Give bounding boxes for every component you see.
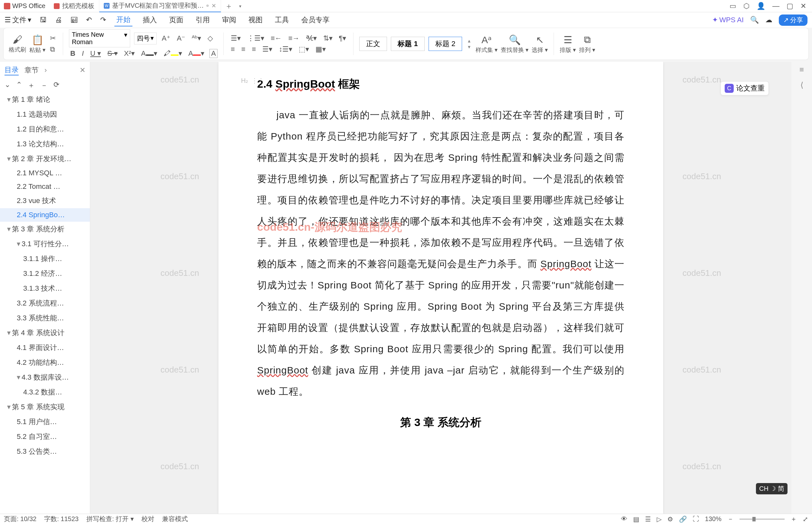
tree-item[interactable]: ▾第 3 章 系统分析 [0,222,90,236]
cube-icon[interactable]: ⬡ [743,2,749,10]
tree-item[interactable]: ▾第 1 章 绪论 [0,92,90,107]
increase-indent-icon[interactable]: ≡→ [287,33,301,43]
redo-icon[interactable]: ↷ [100,16,106,24]
status-compat[interactable]: 兼容模式 [162,515,188,523]
view-link-icon[interactable]: 🔗 [679,515,687,523]
status-page[interactable]: 页面: 10/32 [4,515,36,523]
thesis-check-button[interactable]: C 论文查重 [720,81,769,95]
view-fullscreen-icon[interactable]: ⛶ [693,515,699,523]
sidebar-next-icon[interactable]: › [45,66,47,75]
close-button[interactable]: ✕ [800,2,806,10]
ime-indicator[interactable]: CH ☽ 简 [756,483,788,494]
view-outline-icon[interactable]: ☰ [645,515,651,523]
new-tab-button[interactable]: ＋ [221,1,236,11]
tree-item[interactable]: ▾第 5 章 系统实现 [0,399,90,414]
status-words[interactable]: 字数: 11523 [44,515,79,523]
highlight-button[interactable]: 🖍▾ [162,49,183,58]
tree-item[interactable]: 5.2 自习室… [0,429,90,444]
tree-item[interactable]: 2.1 MYSQL … [0,166,90,180]
menu-tools[interactable]: 工具 [273,14,291,26]
avatar-icon[interactable]: 👤 [757,2,765,10]
tree-item[interactable]: 2.2 Tomcat … [0,180,90,193]
tree-item[interactable]: 3.1.1 操作… [0,251,90,266]
view-eye-icon[interactable]: 👁 [621,515,627,523]
font-size-select[interactable]: 四号▾ [134,33,156,45]
view-play-icon[interactable]: ▷ [657,515,662,523]
zoom-out-icon[interactable]: － [727,515,734,523]
border-icon[interactable]: ▦▾ [314,45,327,54]
show-marks-icon[interactable]: ¶▾ [338,33,348,43]
cut-icon[interactable]: ✂ [49,33,57,43]
menu-page[interactable]: 页面 [167,14,185,26]
outline-tree[interactable]: ▾第 1 章 绪论1.1 选题动因1.2 目的和意…1.3 论文结构…▾第 2 … [0,92,90,514]
tab-document[interactable]: W 基于MVC框架自习室管理和预… ▫ ✕ [99,0,221,12]
align-left-icon[interactable]: ≡ [229,45,236,54]
save-icon[interactable]: 🖫 [40,16,47,24]
menu-view[interactable]: 视图 [247,14,265,26]
decrease-indent-icon[interactable]: ≡← [269,33,283,43]
tree-item[interactable]: 5.3 公告类… [0,444,90,459]
phonetic-icon[interactable]: ᴬᵇ▾ [190,33,202,43]
superscript-button[interactable]: X²▾ [123,49,136,58]
tree-item[interactable]: 1.1 选题动因 [0,107,90,122]
menu-start[interactable]: 开始 [114,14,132,27]
status-spellcheck[interactable]: 拼写检查: 打开 ▾ [86,515,134,523]
menu-file[interactable]: ☰ 文件 ▾ [4,15,31,25]
tree-item[interactable]: 1.2 目的和意… [0,122,90,137]
align-justify-icon[interactable]: ☰▾ [261,45,274,54]
arrange-group[interactable]: ☰ 排版 ▾ [560,34,576,54]
align-center-icon[interactable]: ≡ [240,45,247,54]
print-icon[interactable]: 🖨 [55,16,62,24]
find-replace-group[interactable]: 🔍 查找替换 ▾ [501,34,528,54]
bullet-list-icon[interactable]: ☰▾ [229,33,242,43]
menu-insert[interactable]: 插入 [141,14,159,26]
collapse-icon[interactable]: ⌄ [4,81,10,90]
bold-button[interactable]: B [69,49,77,58]
tree-item[interactable]: 4.3.2 数据… [0,385,90,399]
minimize-button[interactable]: — [772,2,779,10]
underline-button[interactable]: U ▾ [89,49,102,58]
increase-font-icon[interactable]: A⁺ [161,33,172,43]
strikethrough-button[interactable]: S ▾ [106,49,119,58]
tab-template[interactable]: 找稻壳模板 [49,0,99,12]
tree-item[interactable]: ▾第 2 章 开发环境… [0,151,90,166]
zoom-slider[interactable] [740,519,784,520]
line-spacing-icon[interactable]: ↕☰▾ [278,45,294,54]
rail-collapse-icon[interactable]: ≡ [799,65,804,74]
tree-item[interactable]: 3.1.2 经济… [0,266,90,281]
clear-format-icon[interactable]: ◇ [206,33,214,43]
rail-expand-icon[interactable]: ⟨ [800,81,803,89]
styleset-group[interactable]: Aᵃ 样式集 ▾ [476,34,498,54]
tree-item[interactable]: ▾第 4 章 系统设计 [0,326,90,340]
heading-marker-icon[interactable]: H₂ [241,77,248,84]
font-select[interactable]: Times New Roman▾ [69,29,130,47]
search-icon[interactable]: 🔍 [750,16,759,24]
menu-member[interactable]: 会员专享 [299,14,332,26]
remove-icon[interactable]: － [40,81,48,90]
tree-item[interactable]: 3.1.3 技术… [0,281,90,296]
tree-item[interactable]: ▾4.3 数据库设… [0,370,90,385]
style-heading1[interactable]: 标题 1 [391,37,424,51]
document-viewport[interactable]: H₂⋮⋮ 2.4 SpringBoot 框架 java 一直被人诟病的一点就是臃… [90,62,791,514]
tree-item[interactable]: 4.2 功能结构… [0,355,90,370]
shading-icon[interactable]: ⬚▾ [297,45,310,54]
print-preview-icon[interactable]: 🗟 [70,16,78,24]
menu-review[interactable]: 审阅 [220,14,238,26]
share-button[interactable]: ↗ 分享 [779,15,808,26]
app-logo[interactable]: WPS Office [0,2,49,10]
maximize-button[interactable]: ▢ [786,2,793,10]
number-list-icon[interactable]: ⋮☰▾ [246,33,266,43]
tree-item[interactable]: 2.4 SpringBo… [0,208,90,222]
tree-item[interactable]: 3.2 系统流程… [0,296,90,311]
decrease-font-icon[interactable]: A⁻ [176,33,187,43]
zoom-in-icon[interactable]: ＋ [791,515,797,523]
wps-ai-button[interactable]: ✦ WPS AI [712,16,744,24]
tree-item[interactable]: 1.3 论文结构… [0,137,90,151]
view-settings-icon[interactable]: ⚙ [667,515,673,523]
tree-item[interactable]: 4.1 界面设计… [0,340,90,355]
tab-close-icon[interactable]: ✕ [211,2,216,9]
tab-dropdown-icon[interactable]: ▾ [236,3,244,9]
copy-icon[interactable]: ⧉ [49,45,57,54]
sidebar-close-icon[interactable]: ✕ [80,66,85,75]
add-icon[interactable]: ＋ [28,81,35,90]
